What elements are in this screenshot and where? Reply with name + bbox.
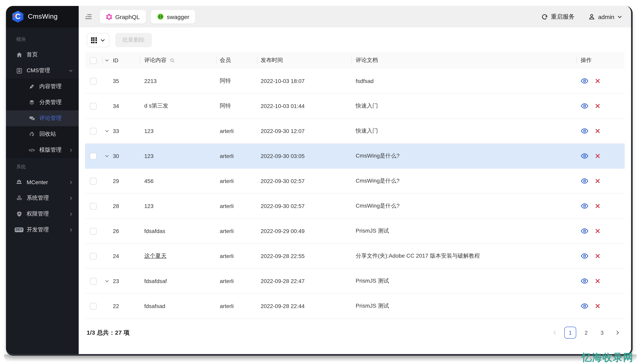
delete-icon[interactable] xyxy=(595,253,600,259)
row-checkbox[interactable] xyxy=(90,153,97,159)
user-menu[interactable]: admin xyxy=(588,13,622,20)
table-row[interactable]: 34 d s第三发 阿特 2022-10-03 01:44 快速入门 xyxy=(85,94,625,119)
row-doc-title: 快速入门 xyxy=(352,128,577,134)
graphql-label: GraphQL xyxy=(115,13,140,20)
row-member: arterli xyxy=(217,153,257,159)
view-icon[interactable] xyxy=(581,252,588,260)
view-icon[interactable] xyxy=(581,202,588,210)
row-checkbox[interactable] xyxy=(90,178,97,184)
table-row[interactable]: 23 fdsafdsaf arterli 2022-09-28 22:47 Pr… xyxy=(85,269,625,294)
sidebar-item-permission-mgmt[interactable]: 权限管理 xyxy=(6,206,79,222)
select-all-checkbox[interactable] xyxy=(90,57,97,64)
sidebar-item-dev-mgmt[interactable]: DEV 开发管理 xyxy=(6,222,79,238)
delete-icon[interactable] xyxy=(595,203,600,209)
sidebar-item-label: 首页 xyxy=(27,51,38,58)
row-checkbox[interactable] xyxy=(90,78,97,84)
row-id: 33 xyxy=(113,128,119,134)
next-page-icon[interactable] xyxy=(612,327,623,338)
users-icon xyxy=(16,179,23,186)
watermark: 忆海收录网 xyxy=(582,351,633,364)
chevron-down-icon xyxy=(617,14,622,19)
search-icon[interactable] xyxy=(169,57,175,63)
row-checkbox[interactable] xyxy=(90,303,97,310)
dev-icon: DEV xyxy=(16,226,23,234)
table-toolbar: 批量删除 xyxy=(87,33,625,47)
graphql-button[interactable]: GraphQL xyxy=(99,10,146,24)
sidebar-logo[interactable]: C CmsWing xyxy=(6,6,79,28)
col-header-time: 发布时间 xyxy=(257,52,352,69)
screenshot-stage: C CmsWing 模块 首页 xyxy=(0,0,639,364)
expand-all-chevron-icon[interactable] xyxy=(104,58,113,63)
view-icon[interactable] xyxy=(581,102,588,110)
delete-icon[interactable] xyxy=(595,78,600,84)
sidebar-collapse-icon[interactable] xyxy=(84,13,92,21)
view-icon[interactable] xyxy=(581,77,588,85)
table-row[interactable]: 30 123 arterli 2022-09-30 03:05 CmsWing是… xyxy=(85,144,625,169)
pagination-summary: 1/3 总共：27 项 xyxy=(87,329,130,336)
sidebar-item-system-mgmt[interactable]: 系统管理 xyxy=(6,190,79,206)
delete-icon[interactable] xyxy=(595,278,600,284)
prev-page-icon[interactable] xyxy=(549,327,560,338)
delete-icon[interactable] xyxy=(595,103,600,109)
batch-delete-button[interactable]: 批量删除 xyxy=(115,33,152,47)
table-row[interactable]: 24 这个夏天 arterli 2022-09-28 22:55 分享文件(夹)… xyxy=(85,244,625,269)
view-icon[interactable] xyxy=(581,227,588,235)
row-checkbox[interactable] xyxy=(90,128,97,134)
view-icon[interactable] xyxy=(581,177,588,185)
row-publish-time: 2022-10-03 01:44 xyxy=(257,103,352,109)
delete-icon[interactable] xyxy=(595,228,600,234)
page-button-1[interactable]: 1 xyxy=(564,327,576,338)
row-expander-chevron-icon[interactable] xyxy=(104,153,113,159)
app-window: C CmsWing 模块 首页 xyxy=(6,6,633,356)
sidebar-item-cms[interactable]: CMS管理 xyxy=(6,63,79,78)
table-row[interactable]: 33 123 arterli 2022-09-30 12:07 快速入门 xyxy=(85,119,625,144)
sidebar-item-label: 权限管理 xyxy=(27,210,49,218)
sidebar-item-category-mgmt[interactable]: 分类管理 xyxy=(6,94,79,110)
view-icon[interactable] xyxy=(581,277,588,285)
sidebar-item-template-mgmt[interactable]: </> 模版管理 xyxy=(6,142,79,158)
page-button-3[interactable]: 3 xyxy=(596,327,608,338)
main-area: GraphQL swagger 重启服务 xyxy=(79,6,631,354)
recycle-icon xyxy=(28,130,35,138)
row-id: 24 xyxy=(113,253,119,259)
row-checkbox[interactable] xyxy=(90,228,97,234)
sidebar-item-recycle-bin[interactable]: 回收站 xyxy=(6,126,79,142)
delete-icon[interactable] xyxy=(595,178,600,184)
row-expander-chevron-icon[interactable] xyxy=(104,128,113,134)
row-member: 阿特 xyxy=(217,102,257,110)
restart-service-button[interactable]: 重启服务 xyxy=(541,13,575,20)
view-icon[interactable] xyxy=(581,127,588,135)
sidebar-section-modules: 模块 xyxy=(6,30,79,47)
table-row[interactable]: 35 2213 阿特 2022-10-03 18:07 fsdfsad xyxy=(85,69,625,94)
row-member: arterli xyxy=(217,228,257,234)
sidebar-item-comment-mgmt[interactable]: 评论管理 xyxy=(6,110,79,126)
row-checkbox[interactable] xyxy=(90,102,97,109)
view-icon[interactable] xyxy=(581,152,588,160)
table-row[interactable]: 29 456 arterli 2022-09-30 02:57 CmsWing是… xyxy=(85,169,625,194)
sidebar-item-mcenter[interactable]: MCenter xyxy=(6,174,79,190)
delete-icon[interactable] xyxy=(595,128,600,134)
row-checkbox[interactable] xyxy=(90,203,97,210)
delete-icon[interactable] xyxy=(595,303,600,309)
row-id: 34 xyxy=(113,103,119,109)
table-header: ID 评论内容 会员 发布时间 评论文档 操作 xyxy=(85,52,625,69)
row-expander-chevron-icon[interactable] xyxy=(104,278,113,284)
row-checkbox[interactable] xyxy=(90,253,97,260)
chevron-down-icon xyxy=(100,38,105,43)
page-button-2[interactable]: 2 xyxy=(580,327,592,338)
delete-icon[interactable] xyxy=(595,153,600,159)
table-row[interactable]: 22 fdsafsad arterli 2022-09-28 22:44 Pri… xyxy=(85,294,625,319)
refresh-icon xyxy=(541,13,548,20)
row-comment-content[interactable]: 这个夏天 xyxy=(144,252,167,260)
table-row[interactable]: 28 123 arterli 2022-09-30 02:57 CmsWing是… xyxy=(85,194,625,219)
swagger-button[interactable]: swagger xyxy=(150,10,195,24)
column-settings-button[interactable] xyxy=(87,33,109,47)
row-publish-time: 2022-09-30 12:07 xyxy=(257,128,352,134)
sidebar-item-home[interactable]: 首页 xyxy=(6,47,79,63)
table-row[interactable]: 26 fdsafdas arterli 2022-09-29 00:49 Pri… xyxy=(85,219,625,244)
row-checkbox[interactable] xyxy=(90,278,97,284)
sidebar-item-content-mgmt[interactable]: 内容管理 xyxy=(6,78,79,94)
sidebar-item-label: 评论管理 xyxy=(39,115,62,122)
view-icon[interactable] xyxy=(581,302,588,310)
sidebar-item-label: CMS管理 xyxy=(27,67,50,74)
